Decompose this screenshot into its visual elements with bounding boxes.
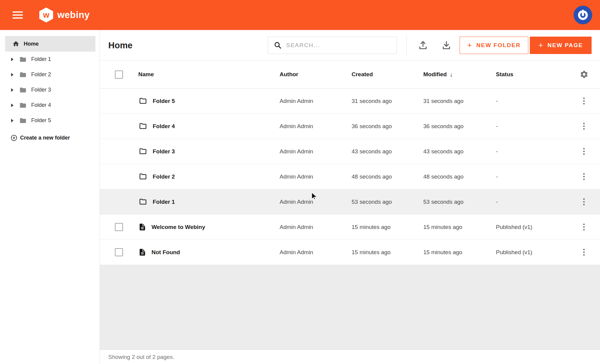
table-row[interactable]: Welcome to Webiny Admin Admin 15 minutes… — [100, 215, 600, 240]
row-created: 31 seconds ago — [352, 98, 423, 104]
row-created: 15 minutes ago — [352, 249, 423, 256]
empty-area — [100, 265, 600, 350]
row-modified: 15 minutes ago — [423, 224, 496, 230]
webiny-logo[interactable]: w webiny — [39, 8, 90, 23]
logo-letter: w — [43, 11, 49, 19]
row-title: Folder 2 — [153, 173, 175, 180]
row-title: Folder 4 — [153, 123, 175, 130]
new-page-button[interactable]: + NEW PAGE — [530, 37, 592, 54]
column-header-created[interactable]: Created — [352, 71, 423, 78]
row-author: Admin Admin — [280, 123, 352, 130]
caret-right-icon[interactable] — [11, 104, 14, 107]
brand-wordmark: webiny — [57, 10, 90, 20]
row-status: Published (v1) — [496, 249, 568, 256]
row-author: Admin Admin — [280, 199, 352, 205]
table-header: Name Author Created Modified ↓ Status — [100, 61, 600, 89]
row-status: - — [496, 98, 568, 104]
table-row[interactable]: Folder 2 Admin Admin 48 seconds ago 48 s… — [100, 164, 600, 189]
upload-icon — [418, 40, 428, 51]
row-checkbox[interactable] — [115, 248, 123, 256]
plus-icon: + — [538, 41, 544, 49]
caret-right-icon[interactable] — [11, 119, 14, 122]
table-row[interactable]: Folder 1 Admin Admin 53 seconds ago 53 s… — [100, 189, 600, 215]
download-icon — [441, 40, 452, 51]
create-folder-label: Create a new folder — [20, 135, 70, 141]
select-all-checkbox[interactable] — [115, 71, 123, 79]
create-new-folder-button[interactable]: Create a new folder — [0, 132, 100, 144]
sort-descending-icon: ↓ — [450, 71, 453, 78]
kebab-icon — [583, 198, 585, 205]
hamburger-menu-icon[interactable] — [13, 11, 23, 19]
table-row[interactable]: Folder 5 Admin Admin 31 seconds ago 31 s… — [100, 89, 600, 114]
sidebar-item-home[interactable]: Home — [5, 36, 95, 52]
content-toolbar: Home — [100, 30, 600, 61]
row-created: 48 seconds ago — [352, 173, 423, 180]
page-title: Home — [108, 40, 133, 50]
caret-right-icon[interactable] — [11, 73, 14, 77]
row-menu-button[interactable] — [578, 145, 591, 158]
row-modified: 31 seconds ago — [423, 98, 496, 104]
row-menu-button[interactable] — [578, 221, 591, 234]
folder-icon — [138, 173, 148, 181]
table-row[interactable]: Folder 3 Admin Admin 43 seconds ago 43 s… — [100, 139, 600, 164]
row-checkbox[interactable] — [115, 223, 123, 231]
row-modified: 53 seconds ago — [423, 199, 496, 205]
sidebar-folder-item[interactable]: Folder 5 — [0, 113, 100, 128]
caret-right-icon[interactable] — [11, 88, 14, 92]
row-menu-button[interactable] — [578, 95, 591, 108]
document-icon — [138, 223, 146, 231]
row-status: - — [496, 123, 568, 130]
row-created: 36 seconds ago — [352, 123, 423, 130]
row-status: - — [496, 148, 568, 155]
pagination-summary: Showing 2 out of 2 pages. — [108, 354, 174, 360]
app-header: w webiny — [0, 0, 600, 30]
row-modified: 15 minutes ago — [423, 249, 496, 256]
row-author: Admin Admin — [280, 224, 352, 230]
kebab-icon — [583, 173, 585, 180]
kebab-icon — [583, 148, 585, 155]
table-row[interactable]: Folder 4 Admin Admin 36 seconds ago 36 s… — [100, 114, 600, 139]
search-icon — [274, 41, 282, 50]
import-upload-button[interactable] — [416, 38, 430, 53]
row-menu-button[interactable] — [578, 195, 591, 209]
caret-right-icon[interactable] — [11, 58, 14, 61]
row-status: Published (v1) — [496, 224, 568, 230]
folder-tree: Folder 1 Folder 2 Folder 3 Folder 4 — [0, 52, 100, 128]
export-download-button[interactable] — [439, 38, 454, 53]
column-header-author[interactable]: Author — [280, 71, 352, 78]
table-row[interactable]: Not Found Admin Admin 15 minutes ago 15 … — [100, 240, 600, 265]
search-input[interactable] — [286, 37, 397, 54]
sidebar-folder-label: Folder 3 — [31, 87, 51, 93]
sidebar-folder-item[interactable]: Folder 2 — [0, 67, 100, 82]
folder-icon — [138, 122, 148, 130]
row-modified: 43 seconds ago — [423, 148, 496, 155]
row-menu-button[interactable] — [578, 170, 591, 183]
row-title: Folder 5 — [153, 98, 175, 104]
sidebar-folder-item[interactable]: Folder 3 — [0, 82, 100, 98]
webiny-hexagon-icon: w — [39, 8, 53, 23]
new-folder-label: NEW FOLDER — [476, 42, 521, 49]
column-header-name[interactable]: Name — [138, 71, 280, 78]
row-title: Folder 3 — [153, 148, 175, 155]
column-header-modified[interactable]: Modified ↓ — [423, 71, 496, 78]
row-modified: 48 seconds ago — [423, 173, 496, 180]
document-icon — [138, 248, 146, 257]
search-box — [268, 37, 397, 54]
user-avatar[interactable] — [574, 6, 592, 24]
column-header-status: Status — [496, 71, 568, 78]
new-folder-button[interactable]: + NEW FOLDER — [460, 37, 528, 54]
row-title: Welcome to Webiny — [152, 224, 205, 230]
folder-icon — [19, 86, 27, 94]
sidebar-home-label: Home — [24, 41, 39, 47]
row-menu-button[interactable] — [578, 246, 591, 259]
folder-icon — [19, 102, 27, 109]
home-icon — [12, 40, 20, 47]
sidebar-folder-item[interactable]: Folder 1 — [0, 52, 100, 67]
row-created: 43 seconds ago — [352, 148, 423, 155]
row-menu-button[interactable] — [578, 120, 591, 133]
folder-icon — [19, 71, 27, 78]
row-status: - — [496, 173, 568, 180]
table-settings-button[interactable] — [578, 68, 591, 81]
sidebar-folder-label: Folder 5 — [31, 117, 51, 124]
sidebar-folder-item[interactable]: Folder 4 — [0, 98, 100, 113]
